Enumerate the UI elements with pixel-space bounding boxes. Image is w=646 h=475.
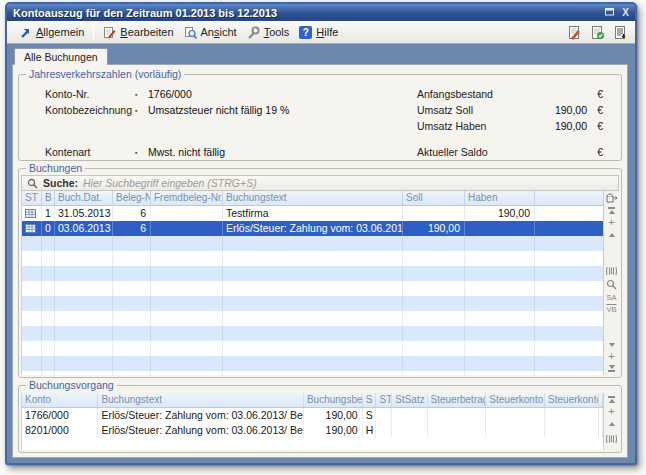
b-cell: 1	[42, 206, 55, 221]
document-export-icon[interactable]	[613, 25, 628, 40]
dat-cell	[55, 326, 113, 341]
menu-allgemein[interactable]: Allgemein	[14, 24, 89, 41]
main-panel: Jahresverkehrszahlen (vorläufig) Konto-N…	[12, 64, 628, 458]
col-header-buchungstext[interactable]: Buchungstext	[223, 191, 403, 205]
satz-cell	[392, 408, 427, 423]
field-marker-icon	[135, 91, 148, 98]
dat-cell	[55, 251, 113, 266]
table-row[interactable]: 131.05.20136Testfirma190,00	[22, 206, 603, 221]
soll-cell	[403, 371, 465, 375]
bel-cell	[113, 251, 151, 266]
col-header-st[interactable]: ST	[22, 191, 42, 205]
stb-cell	[428, 408, 487, 423]
col-header-buchungsbetrag[interactable]: Buchungsbetrag	[304, 393, 363, 407]
fre-cell	[151, 281, 223, 296]
search-icon	[27, 178, 38, 189]
bel-cell	[113, 281, 151, 296]
menu-bearbeiten[interactable]: Bearbeiten	[98, 24, 178, 41]
col-header-s[interactable]: S	[363, 393, 377, 407]
col-header-buchungstext[interactable]: Buchungstext	[98, 393, 304, 407]
b-cell	[42, 251, 55, 266]
col-header-soll[interactable]: Soll	[403, 191, 465, 205]
menu-ansicht[interactable]: Ansicht	[179, 24, 242, 41]
fill-cell	[535, 281, 603, 296]
satz-cell	[392, 423, 427, 438]
zoom-rows-icon[interactable]	[606, 279, 617, 290]
col-header-steuerkonto1[interactable]: Steuerkonto 1	[486, 393, 545, 407]
st-cell	[22, 266, 42, 281]
transaction-side-toolbar	[603, 393, 619, 450]
title-bar[interactable]: Kontoauszug für den Zeitraum 01.2013 bis…	[7, 4, 635, 21]
field-konto-nr: Konto-Nr. 1766/000	[45, 86, 289, 102]
scroll-up-button[interactable]	[606, 407, 618, 416]
bookings-side-toolbar: SA VB	[603, 191, 619, 375]
last-row-button[interactable]	[606, 364, 618, 373]
bookings-group: Buchungen Suche: Hier Suchbegriff eingeb…	[18, 168, 622, 378]
fill-cell	[535, 206, 603, 221]
betr-cell: 190,00	[304, 423, 363, 438]
document-check-icon[interactable]	[590, 25, 605, 40]
col-header-stsatz[interactable]: StSatz	[392, 393, 427, 407]
search-bar[interactable]: Suche: Hier Suchbegriff eingeben (STRG+S…	[21, 175, 619, 191]
konto-cell: 1766/000	[22, 408, 98, 423]
table-row[interactable]: 003.06.20136Erlös/Steuer: Zahlung vom: 0…	[22, 221, 603, 236]
hab-cell	[465, 236, 535, 251]
fre-cell	[151, 371, 223, 375]
menu-tools[interactable]: Tools	[242, 24, 295, 41]
soll-cell	[403, 251, 465, 266]
document-edit-icon[interactable]	[567, 25, 582, 40]
column-settings-icon[interactable]	[606, 266, 617, 276]
booking-type-icon	[22, 221, 42, 236]
sa-button[interactable]: SA	[606, 293, 616, 302]
col-header-buchdat[interactable]: Buch.Dat.	[55, 191, 113, 205]
prev-row-button[interactable]	[606, 230, 618, 239]
column-export-icon[interactable]	[606, 193, 618, 203]
txt-cell	[223, 281, 403, 296]
col-header-fremdbelegnr[interactable]: Fremdbeleg-Nr.	[151, 191, 223, 205]
first-row-button[interactable]	[606, 206, 618, 215]
prev-row-button[interactable]	[606, 419, 618, 428]
bel-cell	[113, 341, 151, 356]
col-header-st[interactable]: ST	[376, 393, 392, 407]
table-row[interactable]: 1766/000Erlös/Steuer: Zahlung vom: 03.06…	[22, 408, 603, 423]
close-window-button[interactable]: X	[622, 7, 629, 19]
app-window: Kontoauszug für den Zeitraum 01.2013 bis…	[5, 2, 637, 465]
txt-cell: Erlös/Steuer: Zahlung vom: 03.06.2013/ B…	[98, 408, 304, 423]
empty-row	[22, 296, 603, 311]
bel-cell	[113, 326, 151, 341]
scroll-up-button[interactable]	[606, 218, 618, 227]
col-header-b[interactable]: B	[42, 191, 55, 205]
table-row[interactable]: 8201/000Erlös/Steuer: Zahlung vom: 03.06…	[22, 423, 603, 438]
menu-hilfe[interactable]: Hilfe	[294, 24, 343, 41]
hab-cell	[465, 341, 535, 356]
col-header-steuerkonto2[interactable]: Steuerkonto 2	[545, 393, 599, 407]
restore-window-icon[interactable]	[604, 6, 615, 20]
fill-cell	[535, 236, 603, 251]
summary-right-column: Anfangsbestand € Umsatz Soll 190,00 € Um…	[417, 86, 603, 160]
next-row-button[interactable]	[606, 340, 618, 349]
st-cell	[22, 311, 42, 326]
first-row-button[interactable]	[606, 395, 618, 404]
transaction-header: Konto Buchungstext Buchungsbetrag S ST S…	[22, 393, 603, 408]
tab-strip: Alle Buchungen	[12, 48, 628, 64]
sk1-cell	[486, 408, 545, 423]
tab-alle-buchungen[interactable]: Alle Buchungen	[14, 48, 108, 65]
col-header-haben[interactable]: Haben	[465, 191, 535, 205]
soll-cell: 190,00	[403, 221, 465, 236]
dat-cell	[55, 341, 113, 356]
search-input[interactable]: Hier Suchbegriff eingeben (STRG+S)	[83, 177, 257, 189]
bookings-body: 131.05.20136Testfirma190,00003.06.20136E…	[22, 206, 603, 375]
col-header-steuerbetrag[interactable]: Steuerbetrag	[428, 393, 487, 407]
dat-cell: 03.06.2013	[55, 221, 113, 236]
col-header-belegnr[interactable]: Beleg-Nr.	[113, 191, 151, 205]
fre-cell	[151, 356, 223, 371]
vb-button[interactable]: VB	[606, 305, 616, 314]
col-header-konto[interactable]: Konto	[22, 393, 98, 407]
scroll-down-button[interactable]	[606, 352, 618, 361]
bookings-table: ST B Buch.Dat. Beleg-Nr. Fremdbeleg-Nr. …	[21, 191, 603, 375]
st-cell	[22, 341, 42, 356]
b-cell	[42, 296, 55, 311]
column-settings-icon[interactable]	[606, 434, 617, 444]
window-title: Kontoauszug für den Zeitraum 01.2013 bis…	[13, 7, 604, 19]
fre-cell	[151, 341, 223, 356]
